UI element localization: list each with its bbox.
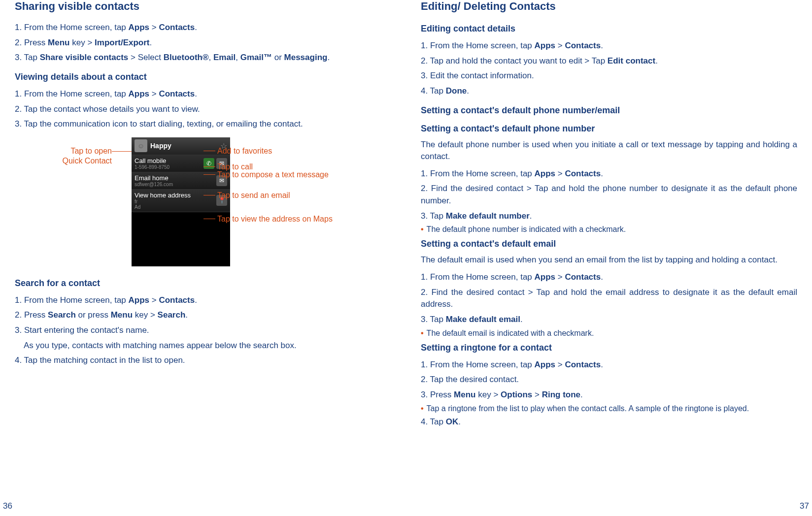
- phone-screenshot: ☺ Happy ☆ Call mobile 1-596-899-8750 ✆ ✉…: [132, 137, 230, 266]
- edit-step2: 2. Tap and hold the contact you want to …: [421, 55, 797, 67]
- callout-favorites: Add to favorites: [217, 146, 272, 156]
- callout-sms: Tap to compose a text message: [217, 170, 329, 180]
- contact-avatar-icon: ☺: [135, 139, 147, 152]
- phone-header-row: ☺ Happy ☆: [132, 137, 230, 155]
- page-number-right: 37: [800, 501, 809, 511]
- bullet-icon: •: [421, 225, 427, 234]
- ring-step3: 3. Press Menu key > Options > Ring tone.: [421, 389, 797, 401]
- share-step2: 2. Press Menu key > Import/Export.: [15, 37, 391, 49]
- page-number-left: 36: [3, 501, 12, 511]
- view-step2: 2. Tap the contact whose details you wan…: [15, 103, 391, 116]
- defe-step1: 1. From the Home screen, tap Apps > Cont…: [421, 271, 797, 284]
- steps-ringtone: 1. From the Home screen, tap Apps > Cont…: [421, 356, 797, 431]
- address-title: View home address: [135, 192, 191, 199]
- heading-view: Viewing details about a contact: [15, 72, 391, 82]
- edit-step1: 1. From the Home screen, tap Apps > Cont…: [421, 40, 797, 52]
- phone-call-row: Call mobile 1-596-899-8750 ✆ ✉: [132, 155, 230, 172]
- defe-step3: 3. Tap Make default email.: [421, 314, 797, 326]
- search-step4: 4. Tap the matching contact in the list …: [15, 355, 391, 367]
- search-step3a: 3. Start entering the contact's name.: [15, 324, 391, 337]
- phone-address-row: View home address fr Ad 📍: [132, 190, 230, 212]
- default-email-intro: The default email is used when you send …: [421, 254, 797, 266]
- callout-email: Tap to send an email: [217, 191, 290, 200]
- contact-name: Happy: [150, 142, 220, 150]
- heading-share: Sharing visible contacts: [15, 0, 391, 13]
- default-phone-intro: The default phone number is used when yo…: [421, 139, 797, 163]
- defe-bullet: •The default email is indicated with a c…: [421, 329, 797, 338]
- ring-step1: 1. From the Home screen, tap Apps > Cont…: [421, 359, 797, 371]
- page-right: Editing/ Deleting Contacts Editing conta…: [406, 0, 812, 516]
- heading-edit-delete: Editing/ Deleting Contacts: [421, 0, 797, 13]
- heading-default-phone: Setting a contact's default phone number: [421, 124, 797, 134]
- callouts-right: Add to favorites Tap to call Tap to comp…: [230, 137, 358, 265]
- call-title: Call mobile: [135, 157, 166, 164]
- ring-step2: 2. Tap the desired contact.: [421, 374, 797, 386]
- page-left: Sharing visible contacts 1. From the Hom…: [0, 0, 406, 516]
- address-sub1: fr: [135, 199, 214, 204]
- edit-step3: 3. Edit the contact information.: [421, 70, 797, 82]
- phone-empty-area: [132, 212, 230, 266]
- call-icon: ✆: [203, 158, 214, 169]
- heading-ringtone: Setting a ringtone for a contact: [421, 343, 797, 353]
- steps-search: 1. From the Home screen, tap Apps > Cont…: [15, 291, 391, 370]
- search-step3b: As you type, contacts with matching name…: [15, 340, 391, 352]
- steps-default-email: 1. From the Home screen, tap Apps > Cont…: [421, 268, 797, 338]
- phone-email-row: Email home sdfwer@126.com ✉: [132, 172, 230, 190]
- callout-map: Tap to view the address on Maps: [217, 214, 333, 224]
- defp-step1: 1. From the Home screen, tap Apps > Cont…: [421, 168, 797, 180]
- bullet-icon: •: [421, 404, 427, 413]
- steps-edit: 1. From the Home screen, tap Apps > Cont…: [421, 37, 797, 100]
- heading-default-email: Setting a contact's default email: [421, 239, 797, 249]
- defe-step2: 2. Find the desired contact > Tap and ho…: [421, 287, 797, 311]
- heading-search: Search for a contact: [15, 278, 391, 289]
- steps-view: 1. From the Home screen, tap Apps > Cont…: [15, 85, 391, 133]
- callout-quick-contact: Tap to open Quick Contact: [48, 137, 112, 166]
- heading-default-pe: Setting a contact's default phone number…: [421, 105, 797, 116]
- search-step2: 2. Press Search or press Menu key > Sear…: [15, 309, 391, 322]
- email-title: Email home: [135, 174, 169, 182]
- heading-edit-details: Editing contact details: [421, 24, 797, 34]
- call-number: 1-596-899-8750: [135, 164, 202, 170]
- defp-step3: 3. Tap Make default number.: [421, 210, 797, 223]
- steps-share: 1. From the Home screen, tap Apps > Cont…: [15, 19, 391, 67]
- view-step3: 3. Tap the communication icon to start d…: [15, 118, 391, 130]
- bullet-icon: •: [421, 329, 427, 338]
- defp-bullet: •The default phone number is indicated w…: [421, 225, 797, 234]
- callout-line-left: [112, 151, 132, 152]
- share-step3: 3. Tap Share visible contacts > Select B…: [15, 52, 391, 64]
- defp-step2: 2. Find the desired contact > Tap and ho…: [421, 183, 797, 207]
- email-address: sdfwer@126.com: [135, 182, 214, 187]
- edit-step4: 4. Tap Done.: [421, 85, 797, 97]
- steps-default-phone: 1. From the Home screen, tap Apps > Cont…: [421, 165, 797, 234]
- contact-figure: Tap to open Quick Contact ☺ Happy ☆ Call…: [15, 137, 391, 266]
- view-step1: 1. From the Home screen, tap Apps > Cont…: [15, 88, 391, 100]
- ring-bullet: •Tap a ringtone from the list to play wh…: [421, 404, 797, 413]
- share-step1: 1. From the Home screen, tap Apps > Cont…: [15, 22, 391, 34]
- address-sub2: Ad: [135, 204, 214, 210]
- ring-step4: 4. Tap OK.: [421, 416, 797, 428]
- search-step1: 1. From the Home screen, tap Apps > Cont…: [15, 294, 391, 307]
